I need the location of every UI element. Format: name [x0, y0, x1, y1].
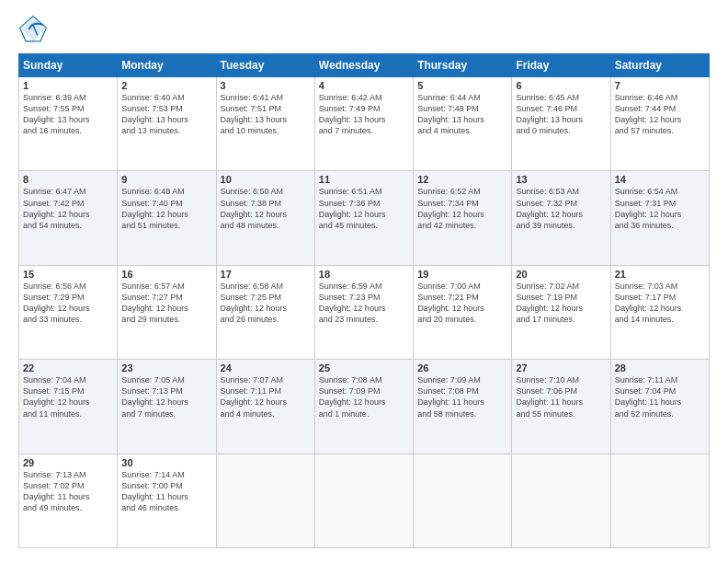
day-info: Sunrise: 6:50 AM Sunset: 7:38 PM Dayligh…	[221, 186, 311, 231]
calendar-cell: 3Sunrise: 6:41 AM Sunset: 7:51 PM Daylig…	[216, 77, 314, 171]
calendar-cell: 24Sunrise: 7:07 AM Sunset: 7:11 PM Dayli…	[216, 360, 314, 454]
day-number: 17	[221, 269, 311, 280]
day-number: 22	[23, 362, 113, 373]
calendar-header-saturday: Saturday	[610, 54, 709, 77]
calendar-cell: 18Sunrise: 6:59 AM Sunset: 7:23 PM Dayli…	[314, 265, 413, 359]
day-info: Sunrise: 7:00 AM Sunset: 7:21 PM Dayligh…	[417, 281, 507, 326]
day-number: 4	[319, 80, 409, 91]
day-info: Sunrise: 7:04 AM Sunset: 7:15 PM Dayligh…	[23, 374, 113, 419]
calendar-week-row: 1Sunrise: 6:39 AM Sunset: 7:55 PM Daylig…	[19, 77, 710, 171]
day-number: 2	[121, 80, 211, 91]
day-info: Sunrise: 6:51 AM Sunset: 7:36 PM Dayligh…	[319, 186, 409, 231]
calendar-cell: 6Sunrise: 6:45 AM Sunset: 7:46 PM Daylig…	[512, 77, 610, 171]
calendar-cell: 11Sunrise: 6:51 AM Sunset: 7:36 PM Dayli…	[314, 171, 413, 265]
calendar-cell: 26Sunrise: 7:09 AM Sunset: 7:08 PM Dayli…	[414, 360, 512, 454]
day-number: 10	[221, 174, 311, 185]
day-info: Sunrise: 7:09 AM Sunset: 7:08 PM Dayligh…	[417, 374, 507, 419]
calendar-cell	[512, 454, 610, 547]
calendar-cell: 22Sunrise: 7:04 AM Sunset: 7:15 PM Dayli…	[19, 360, 118, 454]
calendar-cell: 17Sunrise: 6:58 AM Sunset: 7:25 PM Dayli…	[216, 265, 314, 359]
day-number: 19	[417, 269, 507, 280]
calendar-header-friday: Friday	[512, 54, 610, 77]
calendar-table: SundayMondayTuesdayWednesdayThursdayFrid…	[18, 53, 710, 548]
calendar-cell: 2Sunrise: 6:40 AM Sunset: 7:53 PM Daylig…	[118, 77, 216, 171]
day-info: Sunrise: 6:40 AM Sunset: 7:53 PM Dayligh…	[121, 92, 211, 137]
day-number: 6	[516, 80, 606, 91]
calendar-week-row: 8Sunrise: 6:47 AM Sunset: 7:42 PM Daylig…	[19, 171, 710, 265]
day-number: 11	[319, 174, 409, 185]
calendar-cell	[314, 454, 413, 547]
calendar-week-row: 22Sunrise: 7:04 AM Sunset: 7:15 PM Dayli…	[19, 360, 710, 454]
calendar-cell: 27Sunrise: 7:10 AM Sunset: 7:06 PM Dayli…	[512, 360, 610, 454]
calendar-cell	[414, 454, 512, 547]
day-info: Sunrise: 6:52 AM Sunset: 7:34 PM Dayligh…	[417, 186, 507, 231]
day-number: 18	[319, 269, 409, 280]
day-number: 14	[615, 174, 705, 185]
calendar-cell: 13Sunrise: 6:53 AM Sunset: 7:32 PM Dayli…	[512, 171, 610, 265]
day-number: 13	[516, 174, 606, 185]
day-info: Sunrise: 6:54 AM Sunset: 7:31 PM Dayligh…	[615, 186, 705, 231]
day-info: Sunrise: 7:10 AM Sunset: 7:06 PM Dayligh…	[516, 374, 606, 419]
day-number: 7	[615, 80, 705, 91]
calendar-cell: 7Sunrise: 6:46 AM Sunset: 7:44 PM Daylig…	[610, 77, 709, 171]
day-number: 24	[221, 362, 311, 373]
calendar-body: 1Sunrise: 6:39 AM Sunset: 7:55 PM Daylig…	[19, 77, 710, 548]
calendar-cell: 30Sunrise: 7:14 AM Sunset: 7:00 PM Dayli…	[118, 454, 216, 547]
calendar-cell: 21Sunrise: 7:03 AM Sunset: 7:17 PM Dayli…	[610, 265, 709, 359]
calendar-header-row: SundayMondayTuesdayWednesdayThursdayFrid…	[19, 54, 710, 77]
calendar-cell: 12Sunrise: 6:52 AM Sunset: 7:34 PM Dayli…	[414, 171, 512, 265]
day-number: 21	[615, 269, 705, 280]
day-info: Sunrise: 6:48 AM Sunset: 7:40 PM Dayligh…	[121, 186, 211, 231]
calendar-cell: 5Sunrise: 6:44 AM Sunset: 7:48 PM Daylig…	[414, 77, 512, 171]
day-number: 25	[319, 362, 409, 373]
day-number: 23	[121, 362, 211, 373]
day-number: 29	[23, 457, 113, 468]
calendar-week-row: 15Sunrise: 6:56 AM Sunset: 7:29 PM Dayli…	[19, 265, 710, 359]
day-number: 30	[121, 457, 211, 468]
day-number: 12	[417, 174, 507, 185]
day-number: 9	[121, 174, 211, 185]
calendar-header-thursday: Thursday	[414, 54, 512, 77]
calendar-cell: 14Sunrise: 6:54 AM Sunset: 7:31 PM Dayli…	[610, 171, 709, 265]
day-info: Sunrise: 6:39 AM Sunset: 7:55 PM Dayligh…	[23, 92, 113, 137]
day-info: Sunrise: 6:42 AM Sunset: 7:49 PM Dayligh…	[319, 92, 409, 137]
calendar-cell: 9Sunrise: 6:48 AM Sunset: 7:40 PM Daylig…	[118, 171, 216, 265]
day-info: Sunrise: 6:47 AM Sunset: 7:42 PM Dayligh…	[23, 186, 113, 231]
day-number: 20	[516, 269, 606, 280]
day-number: 8	[23, 174, 113, 185]
day-info: Sunrise: 6:59 AM Sunset: 7:23 PM Dayligh…	[319, 281, 409, 326]
logo	[18, 15, 51, 44]
calendar-week-row: 29Sunrise: 7:13 AM Sunset: 7:02 PM Dayli…	[19, 454, 710, 547]
day-number: 16	[121, 269, 211, 280]
calendar-header-tuesday: Tuesday	[216, 54, 314, 77]
calendar-cell	[216, 454, 314, 547]
calendar-cell	[610, 454, 709, 547]
calendar-cell: 4Sunrise: 6:42 AM Sunset: 7:49 PM Daylig…	[314, 77, 413, 171]
calendar-cell: 15Sunrise: 6:56 AM Sunset: 7:29 PM Dayli…	[19, 265, 118, 359]
day-info: Sunrise: 7:08 AM Sunset: 7:09 PM Dayligh…	[319, 374, 409, 419]
day-info: Sunrise: 7:14 AM Sunset: 7:00 PM Dayligh…	[121, 469, 211, 514]
header	[18, 15, 710, 44]
day-info: Sunrise: 6:46 AM Sunset: 7:44 PM Dayligh…	[615, 92, 705, 137]
day-number: 3	[221, 80, 311, 91]
calendar-cell: 19Sunrise: 7:00 AM Sunset: 7:21 PM Dayli…	[414, 265, 512, 359]
calendar-cell: 25Sunrise: 7:08 AM Sunset: 7:09 PM Dayli…	[314, 360, 413, 454]
day-number: 1	[23, 80, 113, 91]
logo-icon	[18, 15, 48, 44]
day-info: Sunrise: 6:45 AM Sunset: 7:46 PM Dayligh…	[516, 92, 606, 137]
svg-marker-0	[21, 17, 45, 41]
day-number: 27	[516, 362, 606, 373]
calendar-header-wednesday: Wednesday	[314, 54, 413, 77]
calendar-cell: 16Sunrise: 6:57 AM Sunset: 7:27 PM Dayli…	[118, 265, 216, 359]
day-info: Sunrise: 6:57 AM Sunset: 7:27 PM Dayligh…	[121, 281, 211, 326]
day-info: Sunrise: 7:11 AM Sunset: 7:04 PM Dayligh…	[615, 374, 705, 419]
calendar-header-monday: Monday	[118, 54, 216, 77]
day-info: Sunrise: 7:07 AM Sunset: 7:11 PM Dayligh…	[221, 374, 311, 419]
day-info: Sunrise: 7:05 AM Sunset: 7:13 PM Dayligh…	[121, 374, 211, 419]
calendar-cell: 8Sunrise: 6:47 AM Sunset: 7:42 PM Daylig…	[19, 171, 118, 265]
calendar-cell: 23Sunrise: 7:05 AM Sunset: 7:13 PM Dayli…	[118, 360, 216, 454]
day-info: Sunrise: 7:02 AM Sunset: 7:19 PM Dayligh…	[516, 281, 606, 326]
calendar-cell: 20Sunrise: 7:02 AM Sunset: 7:19 PM Dayli…	[512, 265, 610, 359]
day-number: 5	[417, 80, 507, 91]
calendar-cell: 29Sunrise: 7:13 AM Sunset: 7:02 PM Dayli…	[19, 454, 118, 547]
